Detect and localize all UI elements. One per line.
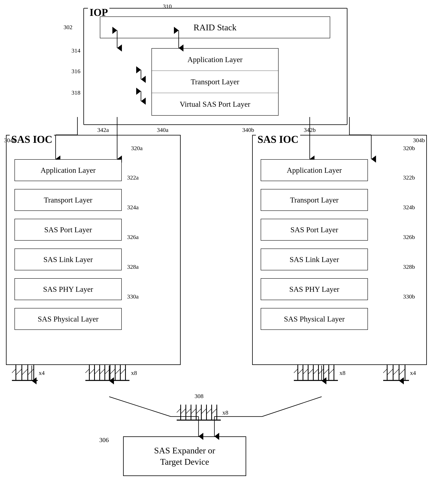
svg-text:x8: x8: [131, 369, 137, 376]
svg-line-84: [298, 369, 303, 374]
svg-line-112: [181, 409, 186, 414]
svg-line-113: [186, 409, 191, 414]
ref-320b: 320b: [403, 145, 415, 152]
ref-342b: 342b: [304, 126, 316, 133]
ref-306: 306: [99, 436, 109, 444]
left-port-label: SAS Port Layer: [44, 225, 92, 234]
sas-ioc-left: SAS IOC Application Layer Transport Laye…: [6, 135, 181, 365]
sas-ioc-left-label: SAS IOC: [10, 134, 54, 145]
svg-line-116: [201, 409, 206, 414]
right-phy-layer: SAS PHY Layer: [261, 278, 368, 300]
right-link-label: SAS Link Layer: [289, 255, 339, 264]
svg-text:x4: x4: [410, 369, 416, 376]
ref-340a: 340a: [157, 126, 168, 133]
svg-line-72: [120, 369, 125, 374]
ref-308: 308: [194, 393, 203, 399]
iop-trans-label: Transport Layer: [191, 77, 240, 86]
iop-app-label: Application Layer: [187, 55, 243, 64]
svg-line-98: [387, 369, 393, 375]
svg-line-99: [393, 369, 399, 375]
expander-x8-connector: x8: [177, 405, 232, 428]
right-trans-label: Transport Layer: [290, 196, 339, 204]
right-port-layer: SAS Port Layer: [261, 219, 368, 241]
ref-304b: 304b: [413, 137, 425, 144]
svg-text:x8: x8: [222, 409, 228, 416]
left-link-label: SAS Link Layer: [43, 255, 93, 264]
right-phy-label: SAS PHY Layer: [289, 285, 339, 294]
svg-line-87: [313, 369, 318, 374]
svg-line-67: [94, 369, 100, 374]
svg-line-88: [318, 369, 324, 374]
left-phy-layer: SAS PHY Layer: [15, 278, 122, 300]
iop-trans-layer: Transport Layer: [152, 71, 278, 93]
svg-line-51: [12, 369, 16, 373]
svg-line-90: [329, 369, 334, 374]
right-phys-label: SAS Physical Layer: [284, 315, 345, 323]
ref-310: 310: [163, 3, 172, 10]
ref-326b: 326b: [403, 234, 415, 240]
iop-box: IOP RAID Stack Application Layer Transpo…: [83, 8, 347, 125]
svg-line-118: [212, 409, 217, 414]
ref-324a: 324a: [127, 204, 139, 211]
ref-340b: 340b: [242, 126, 254, 133]
ref-324b: 324b: [403, 204, 415, 211]
ref-330a: 330a: [127, 293, 139, 300]
left-port-layer: SAS Port Layer: [15, 219, 122, 241]
iop-vsas-label: Virtual SAS Port Layer: [180, 100, 250, 108]
svg-line-65: [85, 369, 89, 373]
left-link-layer: SAS Link Layer: [15, 249, 122, 270]
ref-328a: 328a: [127, 263, 139, 270]
diagram-container: IOP RAID Stack Application Layer Transpo…: [0, 0, 434, 504]
svg-line-53: [22, 369, 28, 375]
left-trans-layer: Transport Layer: [15, 189, 122, 211]
right-link-layer: SAS Link Layer: [261, 249, 368, 270]
iop-app-layer: Application Layer: [152, 49, 278, 71]
ref-322a: 322a: [127, 174, 139, 181]
ref-320a: 320a: [131, 145, 143, 152]
left-x4-connector: x4: [12, 365, 52, 389]
svg-line-70: [110, 369, 115, 374]
right-app-label: Application Layer: [287, 166, 342, 175]
svg-line-117: [206, 409, 212, 414]
raid-stack: RAID Stack: [100, 17, 330, 38]
ref-326a: 326a: [127, 234, 139, 240]
ref-302: 302: [64, 24, 73, 31]
ref-322b: 322b: [403, 174, 415, 181]
svg-line-71: [115, 369, 120, 374]
ref-328b: 328b: [403, 263, 415, 270]
expander-label: SAS Expander or Target Device: [154, 445, 215, 468]
ref-318: 318: [72, 89, 80, 96]
left-app-layer: Application Layer: [15, 159, 122, 181]
expander-box: SAS Expander or Target Device: [123, 436, 246, 476]
left-phy-label: SAS PHY Layer: [43, 285, 93, 294]
sas-ioc-right: SAS IOC Application Layer Transport Laye…: [252, 135, 427, 365]
svg-line-83: [294, 369, 298, 373]
right-app-layer: Application Layer: [261, 159, 368, 181]
ref-304a: 304a: [4, 137, 16, 144]
svg-line-89: [324, 369, 329, 374]
svg-line-43: [262, 397, 322, 416]
sas-ioc-right-label: SAS IOC: [256, 134, 300, 145]
left-phys-label: SAS Physical Layer: [38, 315, 99, 323]
svg-line-85: [303, 369, 308, 374]
svg-line-54: [28, 369, 34, 375]
svg-line-115: [196, 409, 201, 414]
svg-line-69: [105, 369, 110, 374]
center-left-x8-connector: x8: [85, 365, 141, 389]
ref-314: 314: [72, 47, 80, 54]
right-phys-layer: SAS Physical Layer: [261, 308, 368, 330]
svg-line-97: [383, 369, 387, 373]
iop-vsas-layer: Virtual SAS Port Layer: [152, 93, 278, 115]
svg-line-52: [16, 369, 22, 375]
svg-text:x4: x4: [39, 369, 45, 376]
raid-stack-label: RAID Stack: [194, 22, 236, 33]
right-port-label: SAS Port Layer: [290, 225, 338, 234]
left-phys-layer: SAS Physical Layer: [15, 308, 122, 330]
svg-line-114: [191, 409, 196, 414]
svg-line-68: [100, 369, 105, 374]
ref-342a: 342a: [97, 126, 109, 133]
center-right-x8-connector: x8: [294, 365, 350, 389]
ref-330b: 330b: [403, 293, 415, 300]
svg-text:x8: x8: [340, 369, 345, 376]
svg-line-86: [308, 369, 313, 374]
